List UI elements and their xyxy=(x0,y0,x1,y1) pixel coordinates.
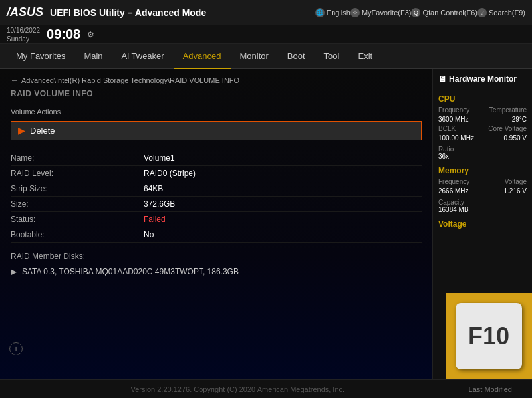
search-label: Search(F9) xyxy=(489,9,525,17)
member-section: RAID Member Disks: ▶ SATA 0.3, TOSHIBA M… xyxy=(11,252,422,278)
disk-arrow-icon: ▶ xyxy=(11,267,17,276)
cpu-bclk-value-row: 100.00 MHz 0.950 V xyxy=(438,134,527,142)
date-display: 10/16/2022Sunday xyxy=(7,26,40,43)
cpu-temperature-label: Temperature xyxy=(489,106,527,114)
search-icon: ? xyxy=(477,8,487,17)
cpu-bclk-label: BCLK xyxy=(438,125,456,132)
table-row: Strip Size: 64KB xyxy=(11,181,422,197)
nav-exit[interactable]: Exit xyxy=(348,43,382,68)
nav-advanced[interactable]: Advanced xyxy=(174,44,231,69)
info-bar: 10/16/2022Sunday 09:08 ⚙ xyxy=(0,25,532,44)
nav-bar: My Favorites Main Ai Tweaker Advanced Mo… xyxy=(0,44,532,69)
info-key-size: Size: xyxy=(11,199,144,209)
member-label: RAID Member Disks: xyxy=(11,252,422,261)
table-row: Status: Failed xyxy=(11,212,422,227)
breadcrumb-path: Advanced\Intel(R) Rapid Storage Technolo… xyxy=(21,76,239,84)
myfavorite-label: MyFavorite(F3) xyxy=(362,9,412,17)
cpu-temperature-value: 29°C xyxy=(512,116,527,123)
cpu-frequency-value: 3600 MHz xyxy=(438,116,469,123)
mem-frequency-row: Frequency Voltage xyxy=(438,178,527,185)
mem-frequency-label: Frequency xyxy=(438,178,469,185)
table-row: Size: 372.6GB xyxy=(11,197,422,212)
section-label: Volume Actions xyxy=(11,108,422,116)
language-btn[interactable]: 🌐 English xyxy=(315,8,350,17)
mem-voltage-label: Voltage xyxy=(505,178,527,185)
hw-monitor-title: 🖥 Hardware Monitor xyxy=(438,74,527,84)
info-val-name: Volume1 xyxy=(144,153,175,163)
cpu-frequency-label: Frequency xyxy=(438,106,469,114)
search-btn[interactable]: ? Search(F9) xyxy=(477,8,525,17)
delete-row[interactable]: ▶ Delete xyxy=(11,121,422,140)
copyright: Version 2.20.1276. Copyright (C) 2020 Am… xyxy=(7,385,469,393)
voltage-section-title: Voltage xyxy=(438,219,527,229)
nav-ai-tweaker[interactable]: Ai Tweaker xyxy=(112,43,174,68)
f10-text: F10 xyxy=(468,322,509,350)
f10-overlay: F10 xyxy=(446,293,532,379)
breadcrumb: ← Advanced\Intel(R) Rapid Storage Techno… xyxy=(11,76,422,85)
bottom-bar: Version 2.20.1276. Copyright (C) 2020 Am… xyxy=(0,379,532,398)
cpu-ratio-value: 36x xyxy=(438,153,527,160)
time-display: 09:08 xyxy=(47,27,80,42)
mem-capacity-value: 16384 MB xyxy=(438,206,527,213)
f10-key[interactable]: F10 xyxy=(456,303,522,369)
info-key-bootable: Bootable: xyxy=(11,230,144,239)
breadcrumb-arrow[interactable]: ← xyxy=(11,76,19,85)
info-icon[interactable]: i xyxy=(9,342,23,355)
table-row: RAID Level: RAID0 (Stripe) xyxy=(11,166,422,181)
cpu-frequency-value-row: 3600 MHz 29°C xyxy=(438,116,527,123)
right-panel: 🖥 Hardware Monitor CPU Frequency Tempera… xyxy=(432,69,532,379)
cpu-bclk-row: BCLK Core Voltage xyxy=(438,125,527,132)
myfavorite-icon: ☆ xyxy=(350,8,360,17)
table-row: Name: Volume1 xyxy=(11,151,422,166)
settings-icon[interactable]: ⚙ xyxy=(87,30,94,39)
nav-my-favorites[interactable]: My Favorites xyxy=(7,43,74,68)
disk-name: SATA 0.3, TOSHIBA MQ01AAD020C 49M3TWOPT,… xyxy=(22,267,239,276)
qfan-btn[interactable]: Q Qfan Control(F6) xyxy=(411,8,477,17)
info-val-raid-level: RAID0 (Stripe) xyxy=(144,169,196,178)
datetime: 10/16/2022Sunday 09:08 ⚙ xyxy=(7,26,94,43)
monitor-icon: 🖥 xyxy=(438,74,446,84)
info-key-name: Name: xyxy=(11,153,144,163)
mem-capacity-label: Capacity xyxy=(438,199,527,206)
cpu-ratio-label: Ratio xyxy=(438,146,527,153)
nav-boot[interactable]: Boot xyxy=(278,43,315,68)
qfan-label: Qfan Control(F6) xyxy=(422,9,477,17)
language-icon: 🌐 xyxy=(315,8,325,17)
last-modified: Last Modified xyxy=(469,385,512,393)
cpu-corevoltage-value: 0.950 V xyxy=(504,134,527,142)
top-bar: /ASUS UEFI BIOS Utility – Advanced Mode … xyxy=(0,0,532,25)
mem-frequency-value: 2666 MHz xyxy=(438,187,469,195)
language-label: English xyxy=(327,9,350,17)
content-area: ← Advanced\Intel(R) Rapid Storage Techno… xyxy=(0,69,432,379)
info-table: Name: Volume1 RAID Level: RAID0 (Stripe)… xyxy=(11,151,422,243)
hw-monitor-label: Hardware Monitor xyxy=(449,74,517,84)
page-title: RAID VOLUME INFO xyxy=(11,89,422,98)
qfan-icon: Q xyxy=(411,8,420,17)
nav-monitor[interactable]: Monitor xyxy=(231,43,278,68)
nav-tool[interactable]: Tool xyxy=(315,43,349,68)
delete-arrow-icon: ▶ xyxy=(18,126,25,136)
cpu-section-title: CPU xyxy=(438,94,527,104)
mem-voltage-value: 1.216 V xyxy=(504,187,527,195)
table-row: Bootable: No xyxy=(11,227,422,243)
info-key-status: Status: xyxy=(11,215,144,224)
info-val-status: Failed xyxy=(144,215,166,224)
memory-section-title: Memory xyxy=(438,166,527,175)
cpu-bclk-value: 100.00 MHz xyxy=(438,134,474,142)
nav-main[interactable]: Main xyxy=(74,43,112,68)
info-val-strip-size: 64KB xyxy=(144,184,163,193)
info-key-strip-size: Strip Size: xyxy=(11,184,144,193)
myfavorite-btn[interactable]: ☆ MyFavorite(F3) xyxy=(350,8,412,17)
bios-title: UEFI BIOS Utility – Advanced Mode xyxy=(50,7,206,18)
asus-logo: /ASUS xyxy=(7,5,43,19)
info-val-size: 372.6GB xyxy=(144,199,175,209)
cpu-frequency-row: Frequency Temperature xyxy=(438,106,527,114)
info-key-raid-level: RAID Level: xyxy=(11,169,144,178)
info-val-bootable: No xyxy=(144,230,154,239)
mem-frequency-value-row: 2666 MHz 1.216 V xyxy=(438,187,527,195)
delete-label: Delete xyxy=(30,126,55,136)
main-layout: ← Advanced\Intel(R) Rapid Storage Techno… xyxy=(0,69,532,379)
list-item: ▶ SATA 0.3, TOSHIBA MQ01AAD020C 49M3TWOP… xyxy=(11,265,422,278)
cpu-corevoltage-label: Core Voltage xyxy=(488,125,527,132)
